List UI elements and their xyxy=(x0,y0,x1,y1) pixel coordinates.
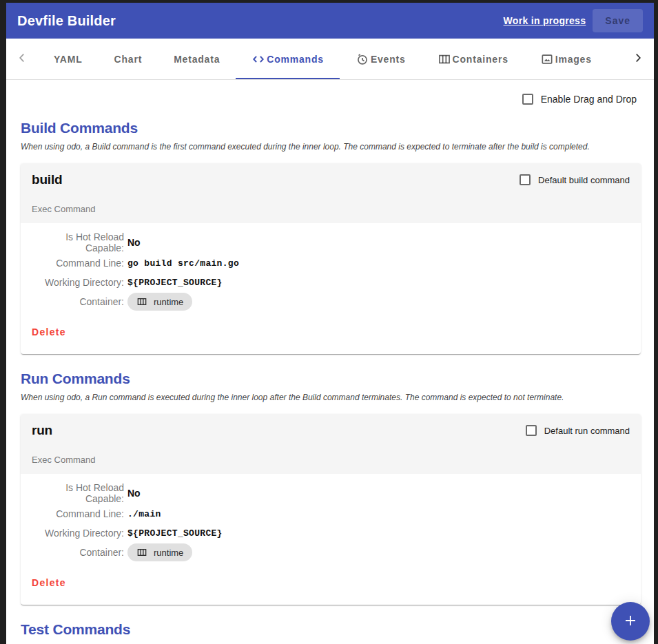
field-hot-reload: Is Hot Reload Capable: No xyxy=(32,231,630,253)
tab-label: YAML xyxy=(54,54,83,65)
tab-label: Images xyxy=(555,54,592,65)
tab-commands[interactable]: Commands xyxy=(236,39,340,79)
container-chip-label: runtime xyxy=(154,548,183,558)
tab-list: YAML Chart Metadata Commands Events xyxy=(38,39,622,79)
tab-chart[interactable]: Chart xyxy=(99,39,158,79)
field-label: Command Line: xyxy=(32,258,124,269)
command-name: run xyxy=(32,423,52,438)
section-title-run: Run Commands xyxy=(21,371,639,387)
field-value: No xyxy=(127,488,141,499)
field-container: Container: runtime xyxy=(32,292,630,311)
field-label: Working Directory: xyxy=(32,528,124,539)
container-chip[interactable]: runtime xyxy=(127,293,192,311)
tab-containers[interactable]: Containers xyxy=(422,39,524,79)
container-chip[interactable]: runtime xyxy=(127,543,192,561)
delete-run-command-button[interactable]: Delete xyxy=(32,573,66,592)
field-label: Working Directory: xyxy=(32,277,124,288)
default-run-command-label: Default run command xyxy=(544,426,630,436)
field-working-directory: Working Directory: ${PROJECT_SOURCE} xyxy=(32,523,630,543)
command-kind: Exec Command xyxy=(32,455,630,465)
tab-images[interactable]: Images xyxy=(524,39,608,79)
card-body: Is Hot Reload Capable: No Command Line: … xyxy=(21,474,641,605)
field-command-line: Command Line: go build src/main.go xyxy=(32,253,630,273)
build-commands-section: Build Commands When using odo, a Build c… xyxy=(21,120,639,354)
run-commands-section: Run Commands When using odo, a Run comma… xyxy=(21,371,639,605)
add-command-fab[interactable] xyxy=(611,602,650,641)
default-build-command-checkbox[interactable] xyxy=(520,174,531,185)
section-description-build: When using odo, a Build command is the f… xyxy=(21,142,639,152)
field-label: Is Hot Reload Capable: xyxy=(32,482,124,504)
default-run-command-control: Default run command xyxy=(526,425,630,436)
enable-drag-drop-label: Enable Drag and Drop xyxy=(541,94,637,105)
card-body: Is Hot Reload Capable: No Command Line: … xyxy=(21,223,641,354)
tabs-scroll-left[interactable] xyxy=(6,39,38,79)
image-icon xyxy=(540,52,554,66)
tab-label: Events xyxy=(371,54,406,65)
app-toolbar: Devfile Builder Work in progress Save xyxy=(6,3,654,39)
field-value: go build src/main.go xyxy=(127,258,239,269)
container-chip-label: runtime xyxy=(154,297,183,307)
field-value: ${PROJECT_SOURCE} xyxy=(127,528,223,539)
default-build-command-control: Default build command xyxy=(520,174,630,185)
field-label: Container: xyxy=(32,547,124,558)
field-command-line: Command Line: ./main xyxy=(32,504,630,523)
field-value: ${PROJECT_SOURCE} xyxy=(127,278,223,288)
field-value: No xyxy=(127,237,141,248)
field-working-directory: Working Directory: ${PROJECT_SOURCE} xyxy=(32,273,630,292)
field-label: Command Line: xyxy=(32,508,124,519)
field-label: Is Hot Reload Capable: xyxy=(32,231,124,253)
field-value: ./main xyxy=(127,509,161,519)
work-in-progress-link[interactable]: Work in progress xyxy=(504,15,586,26)
tab-bar: YAML Chart Metadata Commands Events xyxy=(6,39,654,80)
columns-icon xyxy=(136,547,147,558)
app-window: Devfile Builder Work in progress Save YA… xyxy=(6,3,654,644)
main-content: Enable Drag and Drop Build Commands When… xyxy=(6,80,654,644)
tab-label: Metadata xyxy=(174,54,220,65)
tab-events[interactable]: Events xyxy=(340,39,422,79)
field-label: Container: xyxy=(32,296,124,307)
command-card-build: build Default build command Exec Command… xyxy=(21,163,641,354)
section-title-test: Test Commands xyxy=(21,621,639,638)
command-kind: Exec Command xyxy=(32,204,630,214)
tab-label: Commands xyxy=(267,54,324,65)
default-build-command-label: Default build command xyxy=(538,175,630,185)
delete-build-command-button[interactable]: Delete xyxy=(32,322,66,342)
chevron-left-icon xyxy=(14,50,30,68)
app-title: Devfile Builder xyxy=(17,13,116,29)
card-header: build Default build command Exec Command xyxy=(21,163,641,223)
command-name: build xyxy=(32,172,62,187)
clock-icon xyxy=(356,52,369,66)
section-description-run: When using odo, a Run command is execute… xyxy=(21,393,639,402)
chevron-right-icon xyxy=(630,50,646,68)
columns-icon xyxy=(136,296,147,307)
command-card-run: run Default run command Exec Command Is … xyxy=(21,414,641,605)
tab-yaml[interactable]: YAML xyxy=(38,39,99,79)
code-icon xyxy=(251,52,265,66)
section-title-build: Build Commands xyxy=(21,120,639,136)
columns-icon xyxy=(438,52,451,66)
tab-label: Chart xyxy=(114,54,143,65)
tab-metadata[interactable]: Metadata xyxy=(158,39,236,79)
drag-drop-row: Enable Drag and Drop xyxy=(21,80,639,107)
enable-drag-drop-checkbox[interactable] xyxy=(522,94,533,105)
default-run-command-checkbox[interactable] xyxy=(526,425,537,436)
tabs-scroll-right[interactable] xyxy=(622,39,654,79)
card-header: run Default run command Exec Command xyxy=(21,414,641,474)
save-button[interactable]: Save xyxy=(593,9,643,32)
tab-label: Containers xyxy=(453,54,508,65)
field-hot-reload: Is Hot Reload Capable: No xyxy=(32,482,630,504)
test-commands-section: Test Commands No test commands yet. You … xyxy=(21,621,639,644)
field-container: Container: runtime xyxy=(32,543,630,562)
tab-resources[interactable]: Resou xyxy=(608,39,622,79)
plus-icon xyxy=(622,612,639,631)
